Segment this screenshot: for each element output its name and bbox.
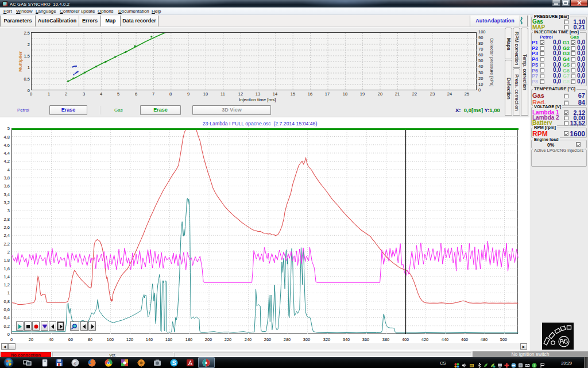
svg-text:e: e: [74, 361, 77, 366]
svg-text:i: i: [534, 363, 535, 367]
svg-text:S: S: [172, 360, 176, 366]
